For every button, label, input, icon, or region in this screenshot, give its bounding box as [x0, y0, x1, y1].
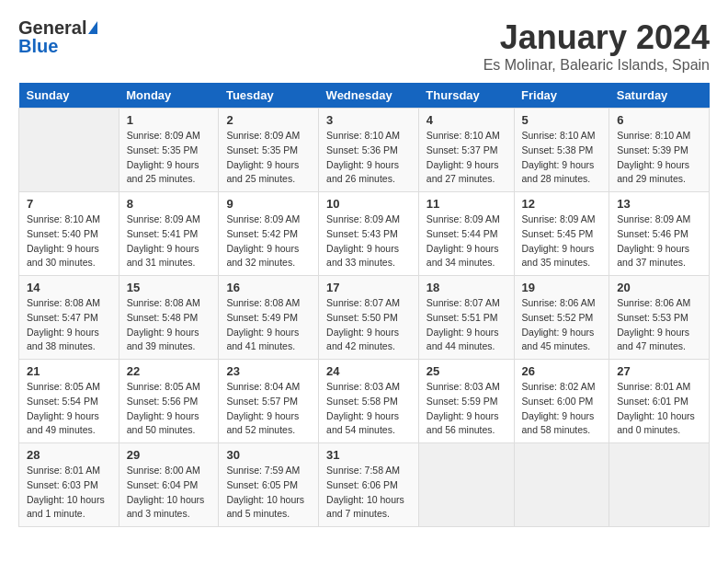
day-number: 2 [226, 113, 311, 127]
logo-blue-text: Blue [18, 37, 58, 55]
calendar-cell: 1Sunrise: 8:09 AMSunset: 5:35 PMDaylight… [119, 109, 219, 192]
title-area: January 2024 Es Molinar, Balearic Island… [483, 18, 710, 74]
day-info: Sunrise: 8:10 AMSunset: 5:40 PMDaylight:… [27, 213, 111, 270]
day-info: Sunrise: 8:06 AMSunset: 5:52 PMDaylight:… [522, 296, 602, 354]
day-number: 20 [617, 281, 701, 294]
day-info: Sunrise: 8:03 AMSunset: 5:58 PMDaylight:… [326, 380, 411, 438]
logo: General Blue [18, 18, 97, 55]
calendar-cell: 28Sunrise: 8:01 AMSunset: 6:03 PMDayligh… [19, 443, 119, 527]
calendar-cell: 27Sunrise: 8:01 AMSunset: 6:01 PMDayligh… [609, 360, 710, 443]
calendar-cell: 15Sunrise: 8:08 AMSunset: 5:48 PMDayligh… [119, 276, 219, 360]
day-number: 14 [27, 281, 111, 294]
day-info: Sunrise: 8:09 AMSunset: 5:41 PMDaylight:… [127, 213, 211, 270]
day-number: 26 [522, 364, 602, 378]
calendar-cell: 13Sunrise: 8:09 AMSunset: 5:46 PMDayligh… [609, 192, 710, 276]
day-number: 17 [326, 281, 411, 294]
day-number: 11 [427, 197, 506, 211]
calendar-cell: 2Sunrise: 8:09 AMSunset: 5:35 PMDaylight… [219, 109, 319, 192]
calendar-cell [418, 443, 514, 527]
calendar-cell: 31Sunrise: 7:58 AMSunset: 6:06 PMDayligh… [319, 443, 419, 527]
day-of-week-header: Thursday [418, 83, 514, 109]
day-number: 13 [617, 197, 701, 211]
day-number: 9 [226, 197, 311, 211]
logo-triangle-icon [88, 21, 97, 34]
day-number: 7 [27, 197, 111, 211]
day-number: 29 [127, 448, 211, 462]
day-number: 6 [617, 113, 701, 127]
day-number: 16 [226, 281, 311, 294]
main-title: January 2024 [483, 18, 710, 57]
calendar-cell: 8Sunrise: 8:09 AMSunset: 5:41 PMDaylight… [119, 192, 219, 276]
calendar-cell: 16Sunrise: 8:08 AMSunset: 5:49 PMDayligh… [219, 276, 319, 360]
day-info: Sunrise: 8:03 AMSunset: 5:59 PMDaylight:… [427, 380, 506, 438]
day-info: Sunrise: 8:06 AMSunset: 5:53 PMDaylight:… [617, 296, 701, 354]
day-number: 21 [27, 364, 111, 378]
day-of-week-header: Friday [514, 83, 609, 109]
calendar-cell: 22Sunrise: 8:05 AMSunset: 5:56 PMDayligh… [119, 360, 219, 443]
day-info: Sunrise: 8:08 AMSunset: 5:47 PMDaylight:… [27, 296, 111, 354]
day-number: 30 [226, 448, 311, 462]
day-number: 28 [27, 448, 111, 462]
calendar-cell: 23Sunrise: 8:04 AMSunset: 5:57 PMDayligh… [219, 360, 319, 443]
calendar-cell [514, 443, 609, 527]
day-info: Sunrise: 8:09 AMSunset: 5:35 PMDaylight:… [226, 129, 311, 187]
calendar-header: SundayMondayTuesdayWednesdayThursdayFrid… [19, 83, 710, 109]
day-number: 1 [127, 113, 211, 127]
calendar-cell: 14Sunrise: 8:08 AMSunset: 5:47 PMDayligh… [19, 276, 119, 360]
day-info: Sunrise: 8:05 AMSunset: 5:56 PMDaylight:… [127, 380, 211, 438]
day-number: 18 [427, 281, 506, 294]
day-number: 3 [326, 113, 411, 127]
day-number: 12 [522, 197, 602, 211]
calendar-week-row: 14Sunrise: 8:08 AMSunset: 5:47 PMDayligh… [19, 276, 710, 360]
day-info: Sunrise: 8:08 AMSunset: 5:49 PMDaylight:… [226, 296, 311, 354]
logo-general-text: General [18, 18, 86, 37]
calendar-cell [609, 443, 710, 527]
day-info: Sunrise: 8:09 AMSunset: 5:42 PMDaylight:… [226, 213, 311, 270]
day-of-week-header: Monday [119, 83, 219, 109]
calendar-cell: 6Sunrise: 8:10 AMSunset: 5:39 PMDaylight… [609, 109, 710, 192]
day-of-week-header: Sunday [19, 83, 119, 109]
day-number: 19 [522, 281, 602, 294]
day-info: Sunrise: 8:02 AMSunset: 6:00 PMDaylight:… [522, 380, 602, 438]
calendar-cell: 7Sunrise: 8:10 AMSunset: 5:40 PMDaylight… [19, 192, 119, 276]
day-info: Sunrise: 8:04 AMSunset: 5:57 PMDaylight:… [226, 380, 311, 438]
day-number: 24 [326, 364, 411, 378]
day-info: Sunrise: 7:59 AMSunset: 6:05 PMDaylight:… [226, 464, 311, 522]
day-number: 8 [127, 197, 211, 211]
day-info: Sunrise: 8:10 AMSunset: 5:39 PMDaylight:… [617, 129, 701, 187]
day-info: Sunrise: 8:10 AMSunset: 5:36 PMDaylight:… [326, 129, 411, 187]
day-number: 27 [617, 364, 701, 378]
calendar-cell: 18Sunrise: 8:07 AMSunset: 5:51 PMDayligh… [418, 276, 514, 360]
calendar-week-row: 21Sunrise: 8:05 AMSunset: 5:54 PMDayligh… [19, 360, 710, 443]
day-info: Sunrise: 8:10 AMSunset: 5:37 PMDaylight:… [427, 129, 506, 187]
day-info: Sunrise: 8:09 AMSunset: 5:43 PMDaylight:… [326, 213, 411, 270]
calendar-cell: 19Sunrise: 8:06 AMSunset: 5:52 PMDayligh… [514, 276, 609, 360]
day-info: Sunrise: 8:05 AMSunset: 5:54 PMDaylight:… [27, 380, 111, 438]
calendar-cell: 21Sunrise: 8:05 AMSunset: 5:54 PMDayligh… [19, 360, 119, 443]
calendar-cell: 24Sunrise: 8:03 AMSunset: 5:58 PMDayligh… [319, 360, 419, 443]
day-info: Sunrise: 8:01 AMSunset: 6:01 PMDaylight:… [617, 380, 701, 438]
day-info: Sunrise: 8:01 AMSunset: 6:03 PMDaylight:… [27, 464, 111, 522]
day-of-week-header: Wednesday [319, 83, 419, 109]
calendar-cell: 20Sunrise: 8:06 AMSunset: 5:53 PMDayligh… [609, 276, 710, 360]
day-of-week-header: Saturday [609, 83, 710, 109]
day-info: Sunrise: 8:00 AMSunset: 6:04 PMDaylight:… [127, 464, 211, 522]
day-number: 22 [127, 364, 211, 378]
day-info: Sunrise: 8:10 AMSunset: 5:38 PMDaylight:… [522, 129, 602, 187]
day-info: Sunrise: 8:07 AMSunset: 5:51 PMDaylight:… [427, 296, 506, 354]
calendar-cell: 25Sunrise: 8:03 AMSunset: 5:59 PMDayligh… [418, 360, 514, 443]
subtitle: Es Molinar, Balearic Islands, Spain [483, 57, 710, 74]
calendar-cell: 29Sunrise: 8:00 AMSunset: 6:04 PMDayligh… [119, 443, 219, 527]
day-number: 4 [427, 113, 506, 127]
day-info: Sunrise: 8:09 AMSunset: 5:35 PMDaylight:… [127, 129, 211, 187]
calendar-week-row: 28Sunrise: 8:01 AMSunset: 6:03 PMDayligh… [19, 443, 710, 527]
day-info: Sunrise: 8:07 AMSunset: 5:50 PMDaylight:… [326, 296, 411, 354]
day-number: 10 [326, 197, 411, 211]
calendar-week-row: 1Sunrise: 8:09 AMSunset: 5:35 PMDaylight… [19, 109, 710, 192]
calendar-cell: 3Sunrise: 8:10 AMSunset: 5:36 PMDaylight… [319, 109, 419, 192]
day-info: Sunrise: 8:08 AMSunset: 5:48 PMDaylight:… [127, 296, 211, 354]
day-number: 15 [127, 281, 211, 294]
calendar-cell: 10Sunrise: 8:09 AMSunset: 5:43 PMDayligh… [319, 192, 419, 276]
calendar-week-row: 7Sunrise: 8:10 AMSunset: 5:40 PMDaylight… [19, 192, 710, 276]
day-info: Sunrise: 8:09 AMSunset: 5:45 PMDaylight:… [522, 213, 602, 270]
